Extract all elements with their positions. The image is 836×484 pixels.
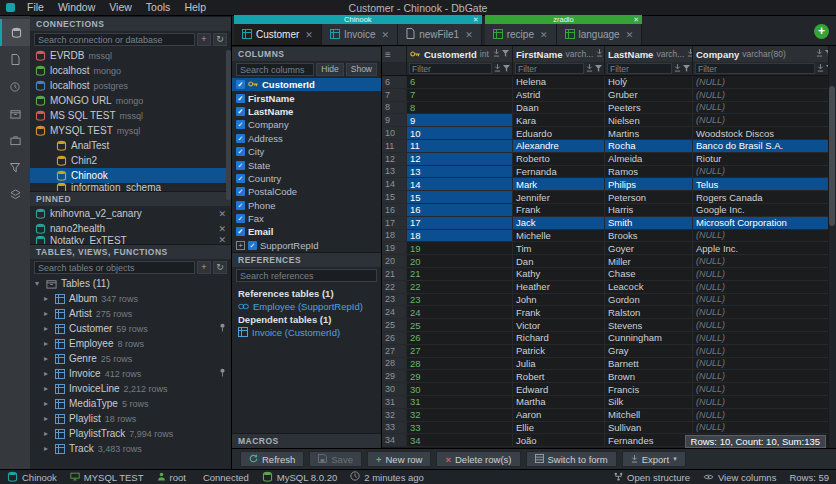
row-number-cell[interactable]: 27 <box>382 345 407 357</box>
row-number-cell[interactable]: 28 <box>382 358 407 370</box>
row-number-cell[interactable]: 13 <box>382 166 407 178</box>
cell-firstname[interactable]: Julia <box>513 358 605 370</box>
tab-group-label[interactable]: zradlo✕ <box>485 15 643 24</box>
grid-vertical-scrollbar[interactable] <box>828 46 836 448</box>
cell-firstname[interactable]: Fernanda <box>513 166 605 178</box>
column-item-address[interactable]: ✓Address <box>232 132 381 145</box>
cell-lastname[interactable]: Barnett <box>605 358 693 370</box>
pinned-item[interactable]: nano2health✕ <box>30 221 231 236</box>
delete-row-s--button[interactable]: ×Delete row(s) <box>436 451 520 467</box>
connection-item[interactable]: MONGO URLmongo <box>30 93 231 108</box>
cell-customerid[interactable]: 22 <box>407 281 513 293</box>
column-item-email[interactable]: ✓Email <box>232 225 381 238</box>
pin-icon[interactable] <box>219 368 226 379</box>
cell-company[interactable]: (NULL) <box>693 345 836 357</box>
column-item-phone[interactable]: ✓Phone <box>232 199 381 212</box>
table-item[interactable]: ▸Invoice412 rows <box>30 366 231 381</box>
filter-icon[interactable] <box>502 50 509 59</box>
column-item-supportrepid[interactable]: +✓SupportRepId <box>232 239 381 252</box>
cell-company[interactable]: Microsoft Corporation <box>693 217 836 229</box>
save-button[interactable]: Save <box>309 451 362 467</box>
column-item-lastname[interactable]: ✓LastName <box>232 105 381 118</box>
row-number-cell[interactable]: 8 <box>382 102 407 114</box>
cell-company[interactable]: Riotur <box>693 153 836 165</box>
tables-search-input[interactable] <box>34 261 195 274</box>
refresh-connections-button[interactable]: ↻ <box>213 33 227 46</box>
cell-customerid[interactable]: 28 <box>407 358 513 370</box>
macros-header[interactable]: MACROS <box>232 433 381 448</box>
tab-newfile1[interactable]: newFile1✕ <box>398 24 482 45</box>
sort-icon[interactable] <box>586 63 593 74</box>
cell-lastname[interactable]: Fernandes <box>605 434 693 446</box>
cell-company[interactable]: (NULL) <box>693 76 836 88</box>
table-item[interactable]: ▸Playlist18 rows <box>30 411 231 426</box>
status-chinook[interactable]: Chinook <box>7 471 57 484</box>
cell-customerid[interactable]: 13 <box>407 166 513 178</box>
close-icon[interactable]: ✕ <box>305 30 313 40</box>
pin-icon[interactable] <box>219 323 226 334</box>
cell-customerid[interactable]: 7 <box>407 89 513 101</box>
cell-customerid[interactable]: 14 <box>407 178 513 190</box>
cell-lastname[interactable]: Rocha <box>605 140 693 152</box>
cell-customerid[interactable]: 9 <box>407 114 513 126</box>
cell-lastname[interactable]: Sullivan <box>605 422 693 434</box>
table-item[interactable]: ▸MediaType5 rows <box>30 396 231 411</box>
cell-firstname[interactable]: Heather <box>513 281 605 293</box>
status-2-minutes-ago[interactable]: 2 minutes ago <box>350 471 424 483</box>
row-number-cell[interactable]: 21 <box>382 268 407 280</box>
files-icon[interactable] <box>0 46 30 73</box>
menu-tools[interactable]: Tools <box>139 1 178 13</box>
cell-company[interactable]: (NULL) <box>693 102 836 114</box>
new-row-button[interactable]: +New row <box>367 451 432 467</box>
database-item[interactable]: Chinook <box>30 168 231 183</box>
cell-lastname[interactable]: Silk <box>605 396 693 408</box>
column-item-country[interactable]: ✓Country <box>232 172 381 185</box>
cell-firstname[interactable]: Tim <box>513 242 605 254</box>
cell-lastname[interactable]: Brooks <box>605 230 693 242</box>
row-number-cell[interactable]: 25 <box>382 319 407 331</box>
column-header-lastname[interactable]: LastNamevarch... <box>605 46 693 62</box>
checkbox-checked-icon[interactable]: ✓ <box>236 227 245 236</box>
menu-window[interactable]: Window <box>51 1 102 13</box>
new-tab-button[interactable]: + <box>814 24 829 39</box>
cell-lastname[interactable]: Francis <box>605 383 693 395</box>
row-number-cell[interactable]: 10 <box>382 127 407 139</box>
tables-header[interactable]: TABLES, VIEWS, FUNCTIONS <box>30 244 231 259</box>
cell-customerid[interactable]: 16 <box>407 204 513 216</box>
cell-firstname[interactable]: Jennifer <box>513 191 605 203</box>
grid-corner-cell[interactable]: ≡ <box>382 46 407 62</box>
cell-company[interactable]: (NULL) <box>693 370 836 382</box>
unpin-icon[interactable]: ✕ <box>218 224 226 234</box>
row-number-cell[interactable]: 17 <box>382 217 407 229</box>
cell-customerid[interactable]: 25 <box>407 319 513 331</box>
cell-firstname[interactable]: Helena <box>513 76 605 88</box>
cell-company[interactable]: (NULL) <box>693 89 836 101</box>
connections-search-input[interactable] <box>34 33 195 46</box>
row-number-cell[interactable]: 15 <box>382 191 407 203</box>
cell-company[interactable]: (NULL) <box>693 332 836 344</box>
unpin-icon[interactable]: ✕ <box>218 209 226 219</box>
checkbox-checked-icon[interactable]: ✓ <box>236 214 245 223</box>
cell-firstname[interactable]: Richard <box>513 332 605 344</box>
cell-customerid[interactable]: 26 <box>407 332 513 344</box>
cell-firstname[interactable]: Robert <box>513 370 605 382</box>
cell-customerid[interactable]: 8 <box>407 102 513 114</box>
cell-company[interactable]: (NULL) <box>693 422 836 434</box>
grid-scrollbar-thumb[interactable] <box>829 86 835 226</box>
cell-firstname[interactable]: Kara <box>513 114 605 126</box>
sort-icon[interactable] <box>674 63 681 74</box>
database-item[interactable]: AnalTest <box>30 138 231 153</box>
cell-company[interactable]: (NULL) <box>693 409 836 421</box>
table-item[interactable]: ▸InvoiceLine2,212 rows <box>30 381 231 396</box>
column-item-postalcode[interactable]: ✓PostalCode <box>232 185 381 198</box>
status-open-structure[interactable]: Open structure <box>614 472 690 483</box>
connection-item[interactable]: EVRDBmssql <box>30 48 231 63</box>
cell-company[interactable]: Telus <box>693 178 836 190</box>
tab-invoice[interactable]: Invoice✕ <box>322 24 398 45</box>
show-columns-button[interactable]: Show <box>346 63 377 76</box>
cell-firstname[interactable]: Patrick <box>513 345 605 357</box>
cell-firstname[interactable]: Frank <box>513 306 605 318</box>
cell-firstname[interactable]: Eduardo <box>513 127 605 139</box>
row-number-cell[interactable]: 22 <box>382 281 407 293</box>
cell-firstname[interactable]: Kathy <box>513 268 605 280</box>
